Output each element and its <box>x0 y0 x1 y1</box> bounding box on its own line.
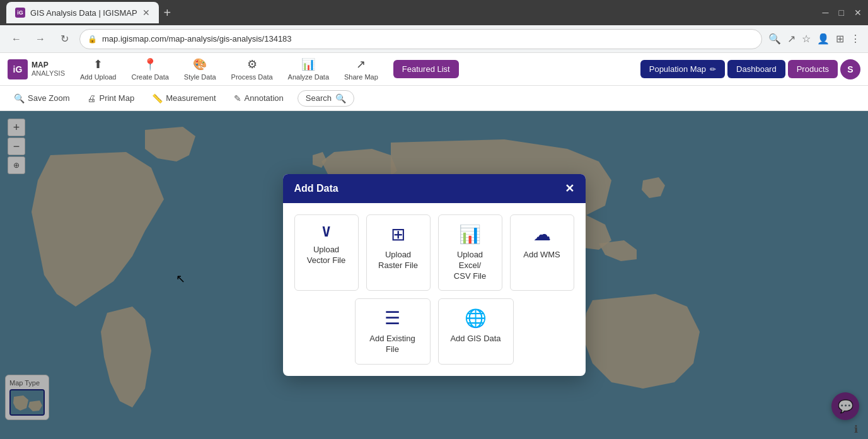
lock-icon: 🔒 <box>88 35 97 44</box>
modal-row-1: V UploadVector File ⊞ UploadRaster File … <box>294 214 574 291</box>
window-controls: ─ □ ✕ <box>823 8 862 18</box>
add-wms-label: Add WMS <box>523 250 560 260</box>
add-upload-button[interactable]: ⬆ Add Upload <box>74 55 123 83</box>
create-data-icon: 📍 <box>143 57 157 71</box>
modal-title: Add Data <box>294 183 339 194</box>
profile-icon[interactable]: 👤 <box>817 33 830 45</box>
create-data-label: Create Data <box>132 73 169 81</box>
share-browser-icon[interactable]: ↗ <box>787 33 796 45</box>
share-map-label: Share Map <box>344 73 378 81</box>
refresh-button[interactable]: ↻ <box>55 30 73 48</box>
analyze-data-label: Analyze Data <box>288 73 329 81</box>
annotation-button[interactable]: ✎ Annotation <box>228 90 290 107</box>
add-data-modal: Add Data ✕ V UploadVector File ⊞ UploadR… <box>283 174 586 376</box>
logo-icon: iG <box>8 59 28 79</box>
upload-raster-label: UploadRaster File <box>378 250 418 271</box>
save-zoom-label: Save Zoom <box>28 93 69 103</box>
share-map-button[interactable]: ↗ Share Map <box>338 55 385 83</box>
add-gis-data-option[interactable]: 🌐 Add GIS Data <box>438 298 514 365</box>
share-map-icon: ↗ <box>356 57 366 71</box>
process-data-button[interactable]: ⚙ Process Data <box>225 55 279 83</box>
analyze-data-button[interactable]: 📊 Analyze Data <box>282 55 335 83</box>
upload-vector-label: UploadVector File <box>307 245 345 266</box>
browser-toolbar: ← → ↻ 🔒 map.igismap.com/map-analysis/gis… <box>0 25 868 53</box>
browser-toolbar-icons: 🔍 ↗ ☆ 👤 ⊞ ⋮ <box>768 33 860 45</box>
upload-vector-icon: V <box>322 224 330 240</box>
active-tab[interactable]: iG GIS Analysis Data | IGISMAP ✕ <box>6 2 159 23</box>
upload-raster-icon: ⊞ <box>391 224 405 245</box>
upload-vector-option[interactable]: V UploadVector File <box>294 214 359 291</box>
secondary-toolbar: 🔍 Save Zoom 🖨 Print Map 📏 Measurement ✎ … <box>0 86 868 111</box>
minimize-button[interactable]: ─ <box>823 8 829 18</box>
upload-excel-label: Upload Excel/CSV File <box>445 250 495 282</box>
search-browser-icon[interactable]: 🔍 <box>768 33 781 45</box>
url-text: map.igismap.com/map-analysis/gis-analysi… <box>102 34 292 44</box>
add-existing-icon: ☰ <box>385 308 400 329</box>
modal-header: Add Data ✕ <box>283 174 586 203</box>
search-label: Search <box>306 93 332 103</box>
style-data-icon: 🎨 <box>193 57 207 71</box>
logo-area: iG MAP ANALYSIS <box>8 59 65 79</box>
add-wms-icon: ☁ <box>533 224 551 245</box>
print-map-label: Print Map <box>99 93 134 103</box>
measurement-label: Measurement <box>166 93 216 103</box>
modal-row-2: ☰ Add ExistingFile 🌐 Add GIS Data <box>294 298 574 365</box>
tab-bar: iG GIS Analysis Data | IGISMAP ✕ + <box>6 0 818 25</box>
app-toolbar: iG MAP ANALYSIS ⬆ Add Upload 📍 Create Da… <box>0 53 868 86</box>
add-existing-label: Add ExistingFile <box>369 334 415 355</box>
browser-frame: iG GIS Analysis Data | IGISMAP ✕ + ─ □ ✕… <box>0 0 868 439</box>
add-upload-icon: ⬆ <box>93 57 103 71</box>
edit-icon: ✏ <box>710 65 716 74</box>
create-data-button[interactable]: 📍 Create Data <box>125 55 175 83</box>
search-icon: 🔍 <box>335 93 346 103</box>
map-area[interactable]: + − ⊕ ↖ Map Type 💬 ℹ <box>0 111 868 439</box>
dashboard-button[interactable]: Dashboard <box>727 60 785 78</box>
back-button[interactable]: ← <box>8 30 25 48</box>
upload-excel-option[interactable]: 📊 Upload Excel/CSV File <box>438 214 502 291</box>
tab-title: GIS Analysis Data | IGISMAP <box>30 8 137 18</box>
forward-button[interactable]: → <box>32 30 49 48</box>
add-existing-option[interactable]: ☰ Add ExistingFile <box>355 298 431 365</box>
user-avatar[interactable]: S <box>840 59 860 79</box>
add-gis-label: Add GIS Data <box>450 334 501 344</box>
browser-titlebar: iG GIS Analysis Data | IGISMAP ✕ + ─ □ ✕ <box>0 0 868 25</box>
modal-close-button[interactable]: ✕ <box>565 182 574 196</box>
print-map-icon: 🖨 <box>87 93 96 103</box>
maximize-button[interactable]: □ <box>839 8 844 18</box>
tab-favicon: iG <box>15 8 25 18</box>
style-data-button[interactable]: 🎨 Style Data <box>178 55 223 83</box>
tab-close-button[interactable]: ✕ <box>142 8 150 18</box>
annotation-icon: ✎ <box>234 93 241 103</box>
featured-list-button[interactable]: Featured List <box>393 60 459 78</box>
add-gis-icon: 🌐 <box>465 308 487 329</box>
address-bar[interactable]: 🔒 map.igismap.com/map-analysis/gis-analy… <box>79 29 762 49</box>
process-data-icon: ⚙ <box>247 57 257 71</box>
extensions-icon[interactable]: ⊞ <box>836 33 844 45</box>
add-wms-option[interactable]: ☁ Add WMS <box>510 214 574 291</box>
analyze-data-icon: 📊 <box>301 57 315 71</box>
modal-body: V UploadVector File ⊞ UploadRaster File … <box>283 203 586 376</box>
population-map-button[interactable]: Population Map ✏ <box>640 60 725 78</box>
annotation-label: Annotation <box>245 93 284 103</box>
save-zoom-button[interactable]: 🔍 Save Zoom <box>8 90 76 107</box>
measurement-icon: 📏 <box>152 93 163 103</box>
add-upload-label: Add Upload <box>80 73 117 81</box>
close-window-button[interactable]: ✕ <box>854 8 862 18</box>
population-map-label: Population Map <box>649 64 706 74</box>
upload-excel-icon: 📊 <box>459 224 481 245</box>
measurement-button[interactable]: 📏 Measurement <box>146 90 222 107</box>
products-button[interactable]: Products <box>788 60 838 78</box>
style-data-label: Style Data <box>184 73 216 81</box>
upload-raster-option[interactable]: ⊞ UploadRaster File <box>366 214 431 291</box>
modal-overlay: Add Data ✕ V UploadVector File ⊞ UploadR… <box>0 111 868 439</box>
new-tab-button[interactable]: + <box>164 6 171 20</box>
save-zoom-icon: 🔍 <box>14 93 25 103</box>
process-data-label: Process Data <box>231 73 273 81</box>
bookmark-icon[interactable]: ☆ <box>802 33 811 45</box>
menu-icon[interactable]: ⋮ <box>850 33 860 45</box>
logo-text: MAP ANALYSIS <box>32 61 65 78</box>
search-box[interactable]: Search 🔍 <box>298 90 354 107</box>
print-map-button[interactable]: 🖨 Print Map <box>81 90 141 107</box>
